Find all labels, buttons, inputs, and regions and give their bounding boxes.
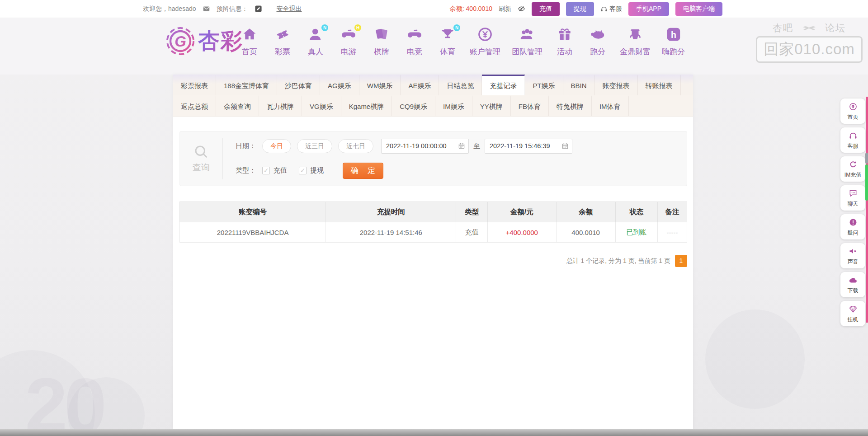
nav-item-boar[interactable]: 跑分	[587, 26, 609, 57]
nav-item-hrun[interactable]: h嗨跑分	[662, 26, 685, 57]
sidebar-item-label: 声音	[840, 258, 865, 266]
nav-item-tripod[interactable]: 金鼎财富	[620, 26, 651, 57]
table-cell: 400.0010	[556, 222, 615, 243]
nav-item-people[interactable]: 团队管理	[512, 26, 542, 57]
nav-item-person[interactable]: N真人	[305, 26, 326, 57]
nav-item-gamepad[interactable]: H电游	[338, 26, 359, 57]
quick-range-2[interactable]: 近七日	[338, 139, 373, 153]
nav-item-trophy[interactable]: N体育	[437, 26, 458, 57]
table-header-cell: 备注	[657, 202, 687, 222]
nav-item-gift[interactable]: 活动	[554, 26, 576, 57]
tab-row1-1[interactable]: 188金宝博体育	[216, 75, 277, 95]
bottom-strip	[0, 429, 868, 436]
sidebar-item-mute[interactable]: 声音	[840, 243, 865, 268]
type-option-1[interactable]: ✓提现	[299, 166, 324, 175]
tab-row2-10[interactable]: IM体育	[592, 95, 629, 116]
tab-row1-6[interactable]: 日结总览	[439, 75, 482, 95]
tab-row1-11[interactable]: 转账报表	[638, 75, 681, 95]
eye-off-icon[interactable]	[518, 5, 525, 13]
mobile-app-button[interactable]: 手机APP	[628, 2, 669, 16]
edit-pencil-icon[interactable]	[255, 5, 262, 13]
table-header-cell: 充提时间	[326, 202, 456, 222]
nav-label: 体育	[437, 47, 458, 57]
tab-row2-9[interactable]: 特兔棋牌	[549, 95, 592, 116]
pagination: 总计 1 个记录, 分为 1 页, 当前第 1 页 1	[173, 255, 687, 267]
hrun-icon: h	[665, 26, 682, 44]
sidebar-item-alert[interactable]: 疑问	[840, 214, 865, 239]
table-header-row: 账变编号充提时间类型金额/元余额状态备注	[180, 202, 687, 222]
tab-row1-10[interactable]: 账变报表	[595, 75, 638, 95]
sidebar-item-chat[interactable]: 聊天	[840, 185, 865, 211]
logout-link[interactable]: 安全退出	[277, 5, 302, 13]
sidebar-item-diamond[interactable]: 挂机	[840, 301, 865, 326]
tab-row1-0[interactable]: 彩票报表	[173, 75, 216, 95]
nav-item-gamepad[interactable]: 电竞	[404, 26, 425, 57]
withdraw-button[interactable]: 提现	[566, 2, 594, 16]
ticket-icon	[274, 26, 291, 44]
quick-range-0[interactable]: 今日	[262, 139, 291, 153]
nav-item-coin[interactable]: 账户管理	[470, 26, 500, 57]
tab-row1-7[interactable]: 充提记录	[482, 75, 525, 95]
table-head: 账变编号充提时间类型金额/元余额状态备注	[180, 202, 687, 222]
checkbox-icon[interactable]: ✓	[299, 167, 307, 174]
tab-row2-6[interactable]: IM娱乐	[435, 95, 472, 116]
nav-item-ticket[interactable]: 彩票	[272, 26, 293, 57]
nav-item-cards[interactable]: 棋牌	[371, 26, 392, 57]
type-filter-row: 类型： ✓充值✓提现 确 定	[236, 163, 572, 179]
balance-label: 余额:	[450, 5, 464, 12]
scrollbar-thumb-green[interactable]	[865, 164, 868, 201]
nav-label: 团队管理	[512, 47, 542, 57]
table-cell: 2022-11-19 14:51:46	[326, 222, 456, 243]
tab-row2-4[interactable]: Kgame棋牌	[341, 95, 392, 116]
checkbox-label: 提现	[310, 166, 324, 175]
tab-row1-5[interactable]: AE娱乐	[401, 75, 439, 95]
main-nav: 首页彩票N真人H电游棋牌电竞N体育账户管理团队管理活动跑分金鼎财富h嗨跑分	[239, 26, 692, 57]
table-header-cell: 金额/元	[488, 202, 556, 222]
nav-label: 金鼎财富	[620, 47, 651, 57]
confirm-button[interactable]: 确 定	[343, 163, 383, 179]
tab-row2-7[interactable]: YY棋牌	[472, 95, 511, 116]
pc-client-button[interactable]: 电脑客户端	[675, 2, 722, 16]
checkbox-icon[interactable]: ✓	[262, 167, 270, 174]
mail-icon[interactable]	[203, 5, 210, 13]
sidebar-item-headset[interactable]: 客服	[840, 127, 865, 153]
date-to-input[interactable]: 2022-11-19 15:46:39	[485, 139, 572, 154]
sidebar-item-cloud[interactable]: 下载	[840, 272, 865, 297]
calendar-icon[interactable]	[561, 142, 569, 150]
tab-row1-8[interactable]: PT娱乐	[525, 75, 563, 95]
scrollbar-track[interactable]	[866, 97, 868, 323]
tab-row1-9[interactable]: BBIN	[563, 75, 595, 95]
nav-label: 棋牌	[371, 47, 392, 57]
watermark: 杏吧 论坛 回家010.com	[756, 22, 863, 63]
trophy-icon: N	[439, 26, 456, 44]
table-header-cell: 类型	[456, 202, 488, 222]
alert-icon	[840, 218, 865, 228]
sidebar-item-label: IM充值	[840, 171, 865, 179]
tab-row1-4[interactable]: WM娱乐	[359, 75, 401, 95]
tripod-icon	[627, 26, 643, 44]
type-option-0[interactable]: ✓充值	[262, 166, 287, 175]
page-1-button[interactable]: 1	[675, 255, 687, 267]
tab-row2-2[interactable]: 瓦力棋牌	[259, 95, 302, 116]
calendar-icon[interactable]	[458, 142, 465, 150]
scrollbar-thumb-gray[interactable]	[865, 153, 868, 164]
tab-row2-8[interactable]: FB体育	[511, 95, 549, 116]
sidebar-item-refresh[interactable]: IM充值	[840, 156, 865, 182]
tab-row2-1[interactable]: 余额查询	[216, 95, 259, 116]
tab-row1-3[interactable]: AG娱乐	[320, 75, 359, 95]
quick-range-1[interactable]: 近三日	[297, 139, 332, 153]
recharge-button[interactable]: 充值	[532, 2, 560, 16]
logo[interactable]: G 杏彩	[165, 26, 243, 56]
table-cell: -----	[657, 222, 687, 243]
tab-row2-5[interactable]: CQ9娱乐	[392, 95, 435, 116]
sidebar-item-up[interactable]: 首页	[840, 98, 865, 124]
watermark-text-right: 论坛	[825, 22, 846, 34]
tab-row1-2[interactable]: 沙巴体育	[277, 75, 320, 95]
type-label: 类型：	[236, 166, 256, 175]
tab-row2-3[interactable]: VG娱乐	[302, 95, 341, 116]
service-link[interactable]: 客服	[600, 5, 622, 13]
nav-item-home[interactable]: 首页	[239, 26, 260, 57]
date-from-input[interactable]: 2022-11-19 00:00:00	[381, 139, 469, 154]
refresh-link[interactable]: 刷新	[499, 5, 511, 13]
tab-row2-0[interactable]: 返点总额	[173, 95, 216, 116]
